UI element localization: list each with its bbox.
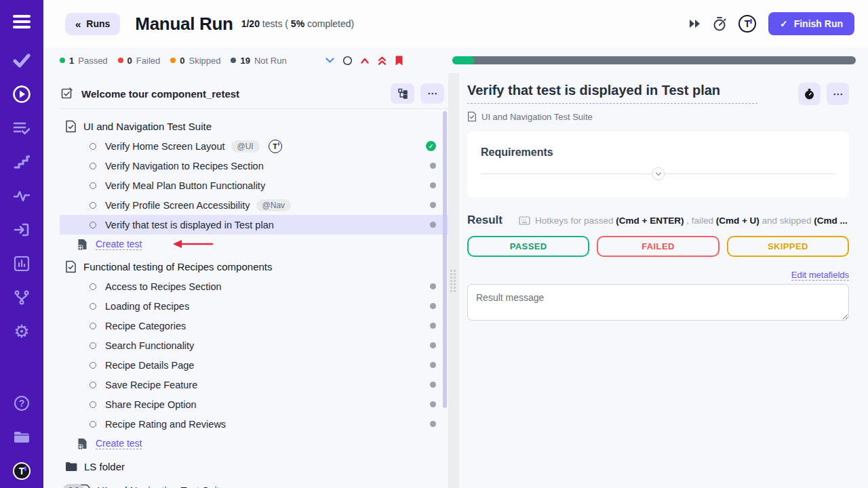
check-icon: ✓ — [780, 18, 788, 29]
edit-metafields-link[interactable]: Edit metafields — [791, 270, 849, 281]
menu-icon[interactable] — [0, 0, 43, 43]
test-row[interactable]: Verify Navigation to Recipes Section — [60, 156, 448, 176]
help-icon[interactable]: ? — [0, 386, 43, 420]
test-row[interactable]: Share Recipe Option — [60, 394, 448, 414]
test-plans-icon[interactable] — [0, 111, 43, 145]
test-row[interactable]: Verify Meal Plan Button Functionality — [60, 176, 448, 195]
folder-label: LS folder — [84, 461, 125, 472]
suite-file-icon — [467, 111, 477, 122]
branches-icon[interactable] — [0, 281, 43, 314]
finish-run-button[interactable]: ✓ Finish Run — [768, 12, 854, 35]
expand-requirements-button[interactable] — [652, 167, 665, 180]
failed-button[interactable]: FAILED — [597, 236, 719, 257]
status-notrun-icon — [430, 342, 436, 348]
test-label: Recipe Details Page — [105, 360, 194, 371]
requirements-card: Requirements — [467, 131, 849, 197]
test-detail-panel: Verify that test is displayed in Test pl… — [459, 73, 868, 488]
import-icon[interactable] — [0, 213, 43, 247]
count-badge: 0.0 — [63, 484, 84, 488]
bookmark-icon[interactable] — [393, 54, 405, 67]
tree-body: UI and Navigation Test Suite Verify Home… — [60, 109, 448, 488]
test-row[interactable]: Verify Profile Screen Accessibility @Nav — [60, 195, 448, 215]
folder-row[interactable]: LS folder — [60, 455, 448, 477]
test-label: Access to Recipes Section — [105, 281, 222, 292]
hotkeys-hint: Hotkeys for passed (Cmd + ENTER) , faile… — [535, 216, 848, 226]
status-notrun-icon — [430, 421, 436, 427]
suite-label: Functional testing of Recipes components — [83, 261, 273, 272]
test-label: Verify Home Screen Layout — [105, 141, 225, 152]
test-label: Verify that test is displayed in Test pl… — [105, 220, 274, 230]
test-circle-icon — [90, 163, 96, 169]
test-label: Loading of Recipes — [105, 301, 189, 312]
passed-count: 1Passed — [60, 56, 108, 66]
tree-more-button[interactable]: ⋯ — [420, 83, 444, 104]
suite-row[interactable]: UI and Navigation Test Suite — [60, 116, 448, 136]
run-progress-bar — [452, 56, 856, 64]
test-circle-icon — [90, 222, 96, 228]
test-circle-icon — [90, 401, 96, 408]
test-label: Verify Navigation to Recipes Section — [105, 161, 264, 171]
workspace-logo[interactable]: T — [738, 15, 756, 33]
test-circle-icon — [90, 362, 96, 369]
status-passed-icon: ✓ — [426, 141, 436, 151]
chevron-down-icon[interactable] — [323, 55, 336, 66]
test-title[interactable]: Verify that test is displayed in Test pl… — [467, 83, 757, 104]
test-row[interactable]: Access to Recipes Section — [60, 277, 448, 296]
test-circle-icon — [90, 303, 96, 310]
stopwatch-button[interactable] — [798, 83, 821, 105]
back-to-runs-button[interactable]: « Runs — [65, 13, 120, 35]
test-label: Recipe Categories — [105, 321, 186, 331]
run-title: Welcome tour component_retest — [81, 88, 239, 100]
run-progress-text: 1/20 tests ( 5% completed) — [241, 18, 355, 29]
tree-view-button[interactable] — [391, 83, 414, 104]
stopwatch-icon — [804, 88, 815, 100]
tree-header-buttons: ⋯ — [391, 83, 444, 104]
circle-icon[interactable] — [341, 54, 354, 67]
suite-row-partial[interactable]: 0.0 UI and Navigation Test Suite — [60, 479, 448, 488]
create-test-link[interactable]: Create test — [96, 438, 142, 449]
tree-scrollbar[interactable] — [443, 111, 447, 408]
tree-header: Welcome tour component_retest ⋯ — [60, 80, 448, 107]
test-row[interactable]: Recipe Categories — [60, 316, 448, 336]
statusbar: 1Passed 0Failed 0Skipped 19Not Run — [43, 47, 868, 73]
folder-icon — [65, 462, 77, 472]
skipped-count: 0Skipped — [170, 56, 220, 66]
test-circle-icon — [90, 342, 96, 349]
passed-button[interactable]: PASSED — [467, 236, 589, 257]
test-row[interactable]: Search Functionality — [60, 336, 448, 355]
runs-play-icon[interactable] — [0, 77, 43, 111]
panel-splitter[interactable] — [448, 73, 459, 488]
detail-header-buttons: ⋯ — [798, 83, 849, 105]
test-label: Search Functionality — [105, 340, 194, 351]
status-notrun-icon — [430, 362, 436, 368]
test-row[interactable]: Recipe Details Page — [60, 355, 448, 375]
breadcrumb[interactable]: UI and Navigation Test Suite — [467, 111, 849, 122]
detail-more-button[interactable]: ⋯ — [827, 83, 849, 105]
splitter-grip-icon — [450, 270, 457, 292]
analytics-pulse-icon[interactable] — [0, 179, 43, 213]
create-test-row: Create test — [60, 235, 448, 253]
testomat-badge-icon: T — [269, 140, 282, 153]
status-notrun-icon — [430, 182, 436, 188]
suite-label: UI and Navigation Test Suite — [83, 121, 212, 132]
projects-folder-icon[interactable] — [0, 420, 43, 454]
testomat-logo[interactable]: T — [0, 454, 43, 488]
test-row-selected[interactable]: Verify that test is displayed in Test pl… — [60, 215, 448, 235]
steps-icon[interactable] — [0, 145, 43, 179]
caret-up-icon[interactable] — [359, 56, 371, 66]
double-caret-up-icon[interactable] — [376, 54, 389, 67]
skipped-button[interactable]: SKIPPED — [727, 236, 849, 257]
timer-icon[interactable] — [713, 16, 726, 31]
test-row[interactable]: Loading of Recipes — [60, 296, 448, 316]
suite-row[interactable]: Functional testing of Recipes components — [60, 256, 448, 277]
result-message-input[interactable] — [467, 284, 849, 321]
settings-gear-icon[interactable]: ⚙ — [0, 314, 43, 348]
test-row[interactable]: Recipe Rating and Reviews — [60, 414, 448, 434]
status-notrun-icon — [430, 222, 436, 228]
tasks-check-icon[interactable] — [0, 43, 43, 77]
create-test-link[interactable]: Create test — [96, 239, 142, 250]
test-row[interactable]: Verify Home Screen Layout @UI T ✓ — [60, 136, 448, 156]
reports-chart-icon[interactable] — [0, 247, 43, 281]
test-row[interactable]: Save Recipe Feature — [60, 375, 448, 394]
fast-forward-icon[interactable] — [688, 18, 701, 29]
